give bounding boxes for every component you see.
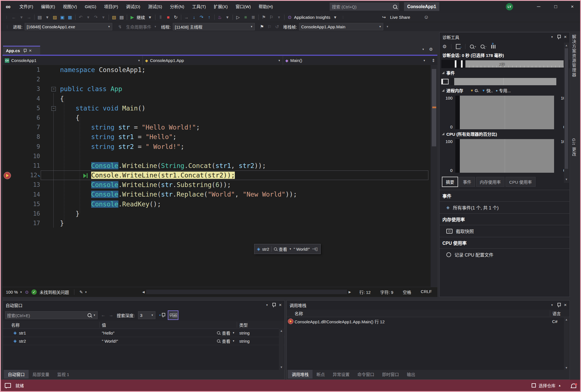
menu-item-7[interactable]: 分析(N): [166, 1, 188, 13]
editor-horizontal-scrollbar[interactable]: ◀ ▶: [142, 288, 351, 296]
close-tab-icon[interactable]: ×: [29, 48, 32, 54]
menu-item-5[interactable]: 调试(D): [122, 1, 144, 13]
code-text[interactable]: Console.ReadKey();: [60, 199, 161, 209]
undo-icon[interactable]: ↶: [77, 14, 84, 21]
autos-row-str2[interactable]: ◈str2" World!"查看▼string: [3, 337, 284, 345]
document-tab-appcs[interactable]: App.cs ×: [3, 46, 40, 55]
reset-view-icon[interactable]: [491, 45, 495, 49]
collapse-region-icon[interactable]: −: [51, 87, 56, 91]
status-eol[interactable]: CRLF: [421, 289, 432, 295]
thread-combo[interactable]: [11408] 主线程▼: [173, 23, 255, 30]
cpu-section-header[interactable]: CPU (所有处理器的百分比): [440, 129, 569, 139]
collapse-region-icon[interactable]: −: [51, 106, 56, 111]
nav-forward-icon[interactable]: →: [25, 14, 33, 21]
status-space[interactable]: 空格: [403, 289, 411, 295]
callstack-tab-2[interactable]: 异常设置: [329, 370, 353, 379]
dropdown-icon[interactable]: ▾: [43, 14, 51, 21]
menu-item-1[interactable]: 编辑(E): [37, 1, 59, 13]
breakpoint-margin[interactable]: [3, 209, 12, 218]
scroll-left-icon[interactable]: ◀: [142, 290, 144, 294]
diag-tab-2[interactable]: 内存使用率: [476, 177, 504, 187]
events-section-header[interactable]: 事件: [440, 68, 569, 77]
editor-options-icon[interactable]: ⚙: [429, 47, 433, 52]
breakpoint-margin[interactable]: [3, 218, 12, 228]
dropdown-icon[interactable]: ▾: [275, 14, 283, 21]
dropdown-icon[interactable]: ▾: [146, 14, 154, 21]
breakpoint-margin[interactable]: [3, 190, 12, 199]
menu-item-9[interactable]: 扩展(X): [210, 1, 232, 13]
maximize-button[interactable]: □: [548, 1, 564, 13]
window-position-dropdown-icon[interactable]: ▼: [266, 304, 268, 306]
breakpoint-margin[interactable]: [3, 103, 12, 113]
settings-gear-icon[interactable]: ⚙: [442, 44, 447, 50]
menu-item-3[interactable]: Git(G): [81, 1, 100, 13]
code-text[interactable]: {: [60, 94, 64, 103]
dropdown-icon[interactable]: ▾: [84, 14, 92, 21]
menu-item-10[interactable]: 窗口(W): [232, 1, 255, 13]
search-forward-icon[interactable]: →: [109, 313, 113, 318]
breakpoint-margin[interactable]: [3, 151, 12, 161]
breakpoint-margin[interactable]: [3, 180, 12, 190]
process-combo[interactable]: [16848] ConsoleApp1.exe▼: [25, 23, 112, 30]
minimize-button[interactable]: ─: [531, 1, 546, 13]
code-health-label[interactable]: 未找到相关问题: [40, 289, 69, 295]
current-statement-breakpoint-icon[interactable]: [4, 172, 11, 179]
view-value-button[interactable]: 查看▼: [217, 330, 237, 336]
live-share-button[interactable]: ↪ Live Share: [380, 14, 411, 21]
undo-list-icon[interactable]: ≣: [249, 14, 257, 21]
code-text[interactable]: }: [60, 209, 79, 218]
breakpoint-margin[interactable]: [3, 84, 12, 94]
quick-search-input[interactable]: 搜索 (Ctrl+Q): [330, 3, 399, 11]
diag-tab-1[interactable]: 事件: [459, 177, 475, 187]
hot-reload-icon[interactable]: ♨: [216, 14, 224, 21]
autos-scrollbar[interactable]: ▲ ▼: [279, 329, 284, 370]
pause-icon[interactable]: Ⅱ: [157, 14, 164, 21]
menu-item-0[interactable]: 文件(F): [15, 1, 37, 13]
edit-mode-icon[interactable]: ✎▼: [79, 290, 87, 295]
select-repository-button[interactable]: 选择仓库: [539, 382, 555, 388]
lifecycle-events-label[interactable]: 生命周期事件: [126, 24, 151, 30]
code-text[interactable]: string str1 = "Hello";: [60, 132, 176, 142]
nav-back-icon[interactable]: ←: [10, 14, 18, 21]
scroll-right-icon[interactable]: ▶: [349, 290, 351, 294]
breakpoint-margin[interactable]: [3, 132, 12, 142]
pin-property-icon[interactable]: ▼: [159, 313, 164, 317]
feedback-icon[interactable]: ☺: [422, 14, 430, 21]
breakpoint-margin[interactable]: [3, 113, 12, 123]
new-project-icon[interactable]: ▤: [36, 14, 43, 21]
feedback-bubble-icon[interactable]: [5, 383, 11, 388]
close-panel-icon[interactable]: ×: [279, 302, 282, 308]
restart-icon[interactable]: ↻: [172, 14, 180, 21]
redo-icon[interactable]: ↷: [92, 14, 100, 21]
step-over-icon[interactable]: ↷: [198, 14, 205, 21]
diagnostics-scrollbar[interactable]: ▲ ▼: [564, 43, 569, 183]
timeline-ruler[interactable]: 2秒: [441, 60, 569, 68]
run-to-cursor-icon[interactable]: ▷: [234, 14, 242, 21]
zoom-dropdown[interactable]: 100 %▼: [6, 290, 22, 294]
toolbar-overflow-icon[interactable]: ▼: [386, 25, 389, 28]
menu-item-6[interactable]: 测试(S): [144, 1, 166, 13]
breakpoint-margin[interactable]: [3, 142, 12, 151]
pin-panel-icon[interactable]: [272, 303, 275, 307]
code-text[interactable]: public class App: [60, 84, 122, 94]
datatip-view-button[interactable]: 查看▼: [274, 246, 292, 252]
notifications-bell-icon[interactable]: [571, 384, 576, 388]
callstack-tab-1[interactable]: 断点: [313, 370, 329, 379]
dropdown-icon[interactable]: ▾: [18, 14, 25, 21]
zoom-in-icon[interactable]: +: [470, 45, 476, 49]
bookmark-next-icon[interactable]: ⚐: [268, 14, 275, 21]
callstack-scrollbar[interactable]: ▲ ▼: [564, 317, 569, 371]
step-out-icon[interactable]: ↑: [205, 14, 213, 21]
breakpoint-margin[interactable]: [3, 199, 12, 209]
search-back-icon[interactable]: ←: [101, 313, 105, 318]
close-panel-icon[interactable]: ×: [564, 302, 567, 308]
window-position-dropdown-icon[interactable]: ▼: [551, 304, 553, 306]
code-text[interactable]: Console.WriteLine(str.Replace("World", "…: [60, 190, 297, 199]
watch-list-icon[interactable]: ≡: [242, 14, 249, 21]
chevron-up-icon[interactable]: ▲: [558, 384, 561, 387]
user-avatar[interactable]: LY: [506, 3, 513, 10]
view-value-button[interactable]: 查看▼: [217, 338, 237, 344]
breakpoint-margin[interactable]: [3, 161, 12, 170]
summary-link-2[interactable]: 记录 CPU 配置文件: [440, 249, 569, 260]
tab-list-dropdown-icon[interactable]: ▼: [422, 48, 424, 51]
